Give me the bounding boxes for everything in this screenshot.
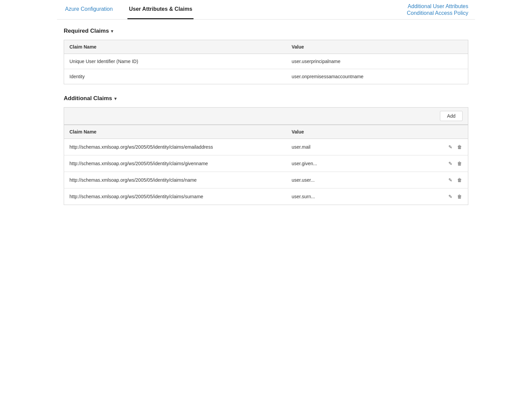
additional-claims-header-row: Claim Name Value [64, 125, 468, 139]
additional-claims-toolbar-row: Add [64, 108, 468, 125]
required-claims-header[interactable]: Required Claims ▾ [64, 28, 468, 34]
additional-claim-name-cell: http://schemas.xmlsoap.org/ws/2005/05/id… [64, 139, 286, 155]
additional-claim-value-text: user.user... [292, 177, 442, 183]
required-claim-name-cell: Unique User Identifier (Name ID) [64, 54, 286, 69]
additional-claims-header[interactable]: Additional Claims ▾ [64, 95, 468, 102]
nav-right-links: Additional User Attributes Conditional A… [407, 3, 468, 16]
action-icons: ✎ 🗑 [448, 160, 463, 167]
additional-claim-value-cell: user.user... ✎ 🗑 [286, 172, 468, 188]
add-claim-button[interactable]: Add [440, 111, 463, 121]
link-conditional-access-policy[interactable]: Conditional Access Policy [407, 10, 468, 16]
additional-claims-body: http://schemas.xmlsoap.org/ws/2005/05/id… [64, 139, 468, 205]
required-claims-body: Unique User Identifier (Name ID) user.us… [64, 54, 468, 84]
delete-claim-button[interactable]: 🗑 [456, 177, 463, 183]
additional-col-value: Value [286, 125, 468, 139]
delete-claim-button[interactable]: 🗑 [456, 160, 463, 167]
additional-claims-table: Add Claim Name Value http://schemas.xmls… [64, 107, 468, 205]
required-col-claim-name: Claim Name [64, 40, 286, 54]
additional-claims-toolbar: Add [64, 108, 468, 125]
additional-claim-value-cell: user.given... ✎ 🗑 [286, 155, 468, 172]
additional-claim-value-text: user.surn... [292, 194, 442, 199]
additional-claims-chevron: ▾ [114, 96, 117, 101]
required-col-value: Value [286, 40, 468, 54]
additional-claims-row: http://schemas.xmlsoap.org/ws/2005/05/id… [64, 188, 468, 205]
delete-claim-button[interactable]: 🗑 [456, 144, 463, 150]
required-claims-header-row: Claim Name Value [64, 40, 468, 54]
required-claims-table: Claim Name Value Unique User Identifier … [64, 40, 468, 84]
link-additional-user-attributes[interactable]: Additional User Attributes [408, 3, 468, 9]
additional-claims-row: http://schemas.xmlsoap.org/ws/2005/05/id… [64, 172, 468, 188]
additional-claim-value-text: user.given... [292, 161, 442, 166]
edit-claim-button[interactable]: ✎ [448, 177, 453, 183]
edit-claim-button[interactable]: ✎ [448, 144, 453, 150]
main-container: Azure Configuration User Attributes & Cl… [57, 0, 475, 224]
tab-azure-config[interactable]: Azure Configuration [64, 0, 114, 19]
additional-claim-name-cell: http://schemas.xmlsoap.org/ws/2005/05/id… [64, 172, 286, 188]
edit-claim-button[interactable]: ✎ [448, 160, 453, 167]
nav-tabs: Azure Configuration User Attributes & Cl… [57, 0, 475, 20]
additional-claim-name-cell: http://schemas.xmlsoap.org/ws/2005/05/id… [64, 188, 286, 205]
additional-claims-row: http://schemas.xmlsoap.org/ws/2005/05/id… [64, 155, 468, 172]
action-icons: ✎ 🗑 [448, 144, 463, 150]
page-content: Required Claims ▾ Claim Name Value Uniqu… [57, 20, 475, 224]
additional-col-claim-name: Claim Name [64, 125, 286, 139]
required-claims-title: Required Claims [64, 28, 109, 34]
action-icons: ✎ 🗑 [448, 177, 463, 183]
tab-user-attributes[interactable]: User Attributes & Claims [127, 0, 194, 19]
required-claim-value-cell: user.onpremisessamaccountname [286, 69, 468, 84]
required-claim-name-cell: Identity [64, 69, 286, 84]
required-claims-row: Unique User Identifier (Name ID) user.us… [64, 54, 468, 69]
delete-claim-button[interactable]: 🗑 [456, 193, 463, 200]
edit-claim-button[interactable]: ✎ [448, 193, 453, 200]
additional-claim-name-cell: http://schemas.xmlsoap.org/ws/2005/05/id… [64, 155, 286, 172]
action-icons: ✎ 🗑 [448, 193, 463, 200]
additional-claim-value-text: user.mail [292, 144, 442, 150]
required-claims-chevron: ▾ [111, 29, 113, 34]
additional-claims-row: http://schemas.xmlsoap.org/ws/2005/05/id… [64, 139, 468, 155]
required-claims-row: Identity user.onpremisessamaccountname [64, 69, 468, 84]
required-claim-value-cell: user.userprincipalname [286, 54, 468, 69]
additional-claim-value-cell: user.mail ✎ 🗑 [286, 139, 468, 155]
additional-claims-title: Additional Claims [64, 95, 112, 102]
additional-claim-value-cell: user.surn... ✎ 🗑 [286, 188, 468, 205]
